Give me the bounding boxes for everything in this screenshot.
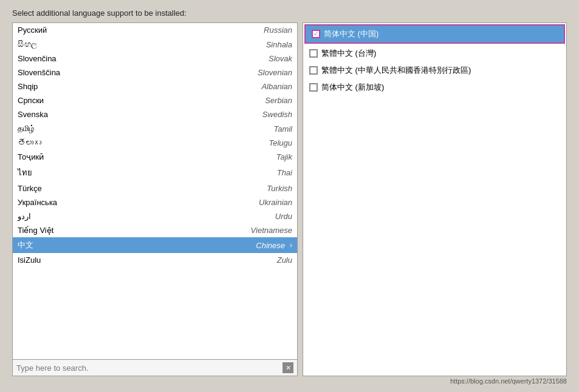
right-language-item[interactable]: 繁體中文 (台灣): [303, 45, 566, 62]
search-input[interactable]: [16, 363, 283, 373]
lang-native-name: اردو: [18, 212, 31, 221]
language-list-item[interactable]: IsiZuluZulu: [13, 253, 297, 267]
lang-native-name: සිංහල: [18, 39, 37, 49]
lang-native-name: Svenska: [18, 110, 48, 119]
lang-english-name: Slovak: [269, 54, 292, 63]
language-checkbox[interactable]: [309, 49, 318, 58]
language-list[interactable]: РусскийRussianසිංහලSinhalaSlovenčinaSlov…: [13, 23, 297, 359]
lang-english-name: Albanian: [261, 82, 292, 91]
lang-native-name: 中文: [18, 240, 33, 251]
lang-native-name: Українська: [18, 198, 57, 207]
right-language-label: 简体中文 (新加坡): [321, 82, 384, 93]
instruction-label: Select additional language support to be…: [12, 6, 567, 18]
language-checkbox[interactable]: [312, 30, 320, 38]
language-list-item[interactable]: ТоҷикӣTajik: [13, 150, 297, 164]
right-language-item[interactable]: 简体中文 (中国): [306, 25, 564, 42]
lang-english-name: Telugu: [269, 138, 292, 147]
lang-english-name: Zulu: [277, 255, 292, 265]
right-language-item[interactable]: 简体中文 (新加坡): [303, 79, 566, 96]
lang-native-name: Тоҷикӣ: [18, 152, 44, 161]
lang-english-name: Thai: [277, 168, 292, 177]
url-text: https://blog.csdn.net/qwerty1372/31588: [450, 377, 567, 385]
language-list-item[interactable]: УкраїнськаUkrainian: [13, 195, 297, 209]
main-container: РусскийRussianසිංහලSinhalaSlovenčinaSlov…: [12, 22, 567, 376]
lang-native-name: தமிழ்: [18, 124, 35, 133]
lang-english-name: Sinhala: [266, 40, 292, 49]
language-list-item[interactable]: ShqipAlbanian: [13, 79, 297, 93]
lang-english-name: Tamil: [273, 124, 292, 133]
lang-english-name: Turkish: [267, 184, 292, 193]
lang-english-name: Slovenian: [258, 68, 292, 77]
language-list-item[interactable]: СрпскиSerbian: [13, 93, 297, 107]
language-list-item[interactable]: TürkçeTurkish: [13, 181, 297, 195]
lang-english-name: Urdu: [275, 212, 292, 221]
lang-native-name: Türkçe: [18, 184, 42, 193]
language-list-item[interactable]: Tiếng ViệtVietnamese: [13, 223, 297, 237]
lang-native-name: IsiZulu: [18, 255, 41, 265]
language-list-item[interactable]: РусскийRussian: [13, 23, 297, 37]
language-list-item[interactable]: اردوUrdu: [13, 209, 297, 223]
left-panel: РусскийRussianසිංහලSinhalaSlovenčinaSlov…: [12, 22, 298, 376]
url-bar: https://blog.csdn.net/qwerty1372/31588: [12, 376, 567, 386]
lang-expand-arrow: ›: [290, 241, 292, 249]
lang-english-name: Chinese: [256, 241, 285, 250]
lang-native-name: తెలుగు: [18, 138, 41, 147]
lang-english-name: Serbian: [265, 96, 292, 105]
right-language-item[interactable]: 繁體中文 (中華人民共和國香港特別行政區): [303, 62, 566, 79]
lang-english-name: Vietnamese: [251, 226, 292, 235]
language-list-item[interactable]: SlovenščinaSlovenian: [13, 66, 297, 79]
lang-native-name: Русский: [18, 25, 47, 35]
search-clear-button[interactable]: ✕: [283, 362, 293, 373]
language-list-item[interactable]: 中文Chinese›: [13, 237, 297, 253]
language-list-item[interactable]: ไทยThai: [13, 164, 297, 181]
lang-native-name: Slovenščina: [18, 68, 60, 77]
language-list-item[interactable]: తెలుగుTelugu: [13, 136, 297, 150]
language-list-item[interactable]: SvenskaSwedish: [13, 107, 297, 121]
language-checkbox[interactable]: [309, 66, 318, 75]
language-list-item[interactable]: SlovenčinaSlovak: [13, 52, 297, 66]
language-checkbox[interactable]: [309, 83, 318, 92]
lang-english-name: Swedish: [262, 110, 292, 119]
lang-native-name: ไทย: [18, 166, 32, 179]
lang-native-name: Српски: [18, 96, 44, 105]
lang-english-name: Tajik: [276, 152, 292, 161]
lang-english-name: Russian: [264, 25, 292, 35]
lang-native-name: Slovenčina: [18, 54, 57, 63]
right-language-label: 简体中文 (中国): [324, 29, 379, 39]
right-language-label: 繁體中文 (台灣): [321, 48, 376, 59]
lang-english-name: Ukrainian: [259, 198, 292, 207]
search-bar: ✕: [13, 359, 297, 376]
language-list-item[interactable]: සිංහලSinhala: [13, 37, 297, 52]
lang-native-name: Tiếng Việt: [18, 226, 53, 235]
right-panel: 简体中文 (中国)繁體中文 (台灣)繁體中文 (中華人民共和國香港特別行政區)简…: [303, 22, 567, 376]
selected-right-wrapper: 简体中文 (中国): [304, 24, 565, 44]
lang-native-name: Shqip: [18, 82, 38, 91]
right-language-label: 繁體中文 (中華人民共和國香港特別行政區): [321, 65, 471, 76]
language-list-item[interactable]: தமிழ்Tamil: [13, 121, 297, 136]
